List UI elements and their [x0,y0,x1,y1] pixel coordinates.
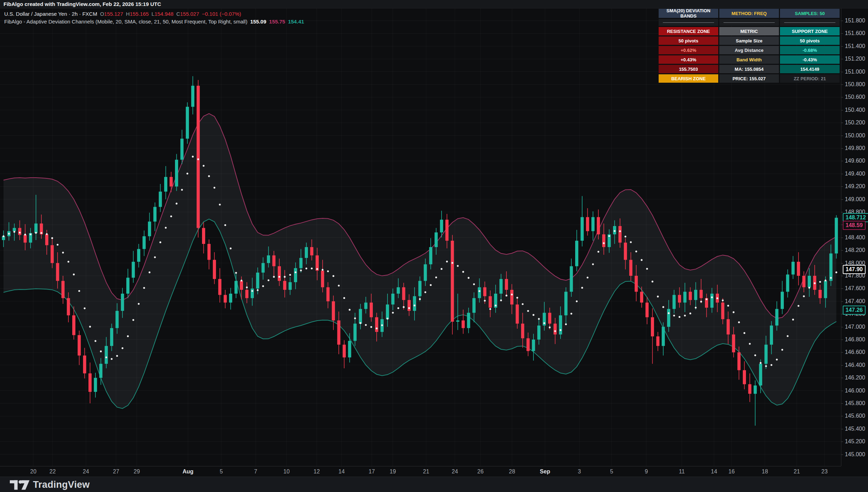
low-value: 154.948 [154,11,173,17]
price-tick-mark [841,301,843,302]
price-tick-mark [841,391,843,391]
price-tick-label: 151.600 [845,30,865,36]
price-tick-label: 146.400 [845,362,865,368]
price-tick-label: 149.200 [845,183,865,190]
price-tick-mark [841,174,843,174]
time-tick-label: 29 [134,469,140,475]
price-tick-mark [841,327,843,327]
price-tick-mark [841,238,843,238]
price-axis[interactable]: 151.800151.600151.400151.200151.000150.8… [841,8,868,466]
time-tick-label: Aug [182,469,193,475]
footer-bar: TradingView [0,477,868,492]
time-tick-label: 28 [509,469,515,475]
indicator-ma-value: 155.09 [250,19,266,25]
symbol-legend[interactable]: U.S. Dollar / Japanese Yen · 2h · FXCMO1… [4,11,241,17]
support-level-value: 154.4149 [780,65,840,73]
time-tick-label: 24 [452,469,458,475]
indicator-title: FibAlgo - Adaptive Deviation Channels (M… [4,19,247,25]
price-tick-label: 145.200 [845,438,865,445]
price-tick-mark [841,136,843,136]
support-zone-header: SUPPORT ZONE [780,27,840,35]
table-header-bands: SMA(20) DEVIATION BANDS [659,9,718,18]
time-tick-label: 12 [314,469,320,475]
time-tick-label: 7 [254,469,257,475]
price-tick-label: 149.600 [845,158,865,164]
indicator-legend[interactable]: FibAlgo - Adaptive Deviation Channels (M… [4,19,304,25]
close-label: C [176,11,180,17]
symbol-title: U.S. Dollar / Japanese Yen · 2h · FXCM [4,11,97,17]
price-tick-label: 148.400 [845,234,865,241]
time-axis[interactable]: 2022242729Aug57101214171921242628Sep3591… [0,466,841,477]
time-tick-label: 21 [423,469,429,475]
zigzag-period-value: ZZ PERIOD: 21 [780,74,840,83]
support-band-width: -0.43% [780,55,840,64]
table-header-method: METHOD: FREQ [719,9,779,18]
price-tick-label: 150.200 [845,119,865,126]
support-avg-distance: -0.68% [780,46,840,54]
price-tick-label: 145.600 [845,413,865,419]
metric-avg-distance: Avg Distance [719,46,779,54]
time-tick-label: 14 [338,469,345,475]
table-divider [780,19,840,26]
tradingview-logo[interactable]: TradingView [10,479,90,490]
price-tick-mark [841,263,843,264]
price-tick-label: 146.600 [845,349,865,355]
price-tick-mark [841,403,843,404]
price-tick-mark [841,365,843,365]
price-tick-mark [841,110,843,110]
time-tick-label: 17 [369,469,375,475]
price-tick-mark [841,161,843,161]
time-tick-label: 5 [610,469,613,475]
support-sample-size: 50 pivots [780,36,840,45]
table-divider [659,19,718,26]
open-label: O [100,11,104,17]
time-tick-label: 27 [113,469,119,475]
price-tick-label: 149.400 [845,171,865,177]
time-tick-label: 21 [794,469,800,475]
time-tick-label: 19 [390,469,396,475]
table-divider [719,19,779,26]
time-tick-label: 3 [578,469,581,475]
time-tick-label: 18 [762,469,768,475]
price-tick-mark [841,288,843,289]
resistance-band-width: +0.43% [659,55,718,64]
price-badge: 147.90 [843,265,866,274]
price-tick-mark [841,442,843,442]
price-badge: 147.26 [843,306,866,315]
price-tick-label: 149.800 [845,145,865,151]
price-tick-label: 147.400 [845,298,865,305]
tradingview-mark-icon [10,480,29,490]
price-tick-mark [841,352,843,353]
time-tick-label: 5 [220,469,223,475]
price-tick-mark [841,33,843,34]
price-tick-mark [841,212,843,212]
bearish-zone-badge: BEARISH ZONE [659,74,718,83]
change-value: −0.101 (−0.07%) [202,11,241,17]
price-tick-label: 145.800 [845,400,865,406]
time-tick-label: 22 [49,469,56,475]
price-tick-mark [841,416,843,416]
price-tick-label: 150.600 [845,94,865,100]
indicator-lower-value: 154.41 [288,19,304,25]
high-value: 155.165 [130,11,149,17]
price-tick-label: 150.000 [845,132,865,139]
price-tick-label: 146.800 [845,336,865,343]
price-tick-label: 146.000 [845,388,865,394]
metric-price-value: PRICE: 155.027 [719,74,779,83]
resistance-level-value: 155.7503 [659,65,718,73]
close-value: 155.027 [180,11,199,17]
time-tick-label: 16 [728,469,735,475]
chart-window: FibAlgo created with TradingView.com, Fe… [0,0,868,492]
price-tick-label: 150.400 [845,107,865,113]
price-tick-mark [841,97,843,97]
price-tick-mark [841,84,843,85]
price-tick-label: 151.400 [845,43,865,49]
tradingview-brand-text: TradingView [33,479,90,490]
time-tick-label: 20 [30,469,36,475]
price-tick-mark [841,186,843,187]
time-tick-label: 14 [711,469,717,475]
price-tick-mark [841,276,843,276]
time-tick-label: 24 [83,469,89,475]
price-tick-label: 146.200 [845,375,865,381]
price-tick-label: 148.200 [845,247,865,253]
